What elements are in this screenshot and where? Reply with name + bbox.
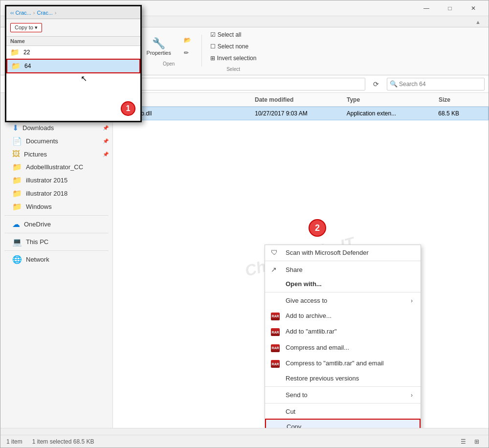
thispc-icon: 💻 bbox=[12, 237, 22, 246]
select-none-icon: ☐ bbox=[210, 43, 216, 50]
ctx-add-archive-label: Add to archive... bbox=[286, 312, 332, 319]
overlay-col-header: Name bbox=[6, 37, 140, 46]
sidebar-item-downloads[interactable]: ⬇ Downloads 📌 bbox=[0, 121, 112, 134]
onedrive-icon: ☁ bbox=[12, 220, 20, 229]
folder-icon-64: 📁 bbox=[11, 62, 21, 70]
overlay-copy-to-button[interactable]: Copy to ▾ bbox=[10, 23, 42, 32]
table-row[interactable]: 📄 amtlib.dll 10/27/2017 9:03 AM Applicat… bbox=[113, 107, 489, 120]
col-size[interactable]: Size bbox=[439, 96, 485, 103]
horizontal-scrollbar[interactable] bbox=[0, 428, 489, 435]
step2-circle: 2 bbox=[309, 219, 326, 237]
status-bar: 1 item 1 item selected 68.5 KB ☰ ⊞ bbox=[0, 435, 489, 448]
sidebar-item-thispc[interactable]: 💻 This PC bbox=[0, 235, 112, 248]
overlay-filename-22: 22 bbox=[23, 49, 30, 56]
overlay-row-64[interactable]: 📁 64 bbox=[6, 59, 140, 73]
ill2015-label: illustrator 2015 bbox=[26, 177, 67, 184]
close-button[interactable]: ✕ bbox=[462, 0, 485, 16]
open-button[interactable]: 📂 bbox=[179, 35, 196, 45]
ctx-restore-versions[interactable]: Restore previous versions bbox=[265, 371, 421, 385]
overlay-path-1[interactable]: ‹‹ Crac... bbox=[10, 10, 31, 16]
overlay-row-22[interactable]: 📁 22 bbox=[6, 46, 140, 59]
search-icon: 🔍 bbox=[390, 80, 398, 88]
refresh-button[interactable]: ⟳ bbox=[369, 78, 383, 90]
sidebar-item-illustrator2018[interactable]: 📁 illustrator 2018 bbox=[0, 187, 112, 200]
ctx-scan-label: Scan with Microsoft Defender bbox=[286, 249, 369, 256]
share-icon: ↗ bbox=[271, 266, 282, 273]
ctx-copy[interactable]: Copy bbox=[265, 419, 421, 428]
give-access-arrow: › bbox=[411, 297, 413, 304]
ribbon-collapse-btn[interactable]: ▲ bbox=[471, 17, 485, 27]
maximize-button[interactable]: □ bbox=[439, 0, 461, 16]
edit-button[interactable]: ✏ bbox=[179, 47, 196, 58]
sidebar-item-onedrive[interactable]: ☁ OneDrive bbox=[0, 218, 112, 231]
overlay-window: ‹‹ Crac... › Crac... › Copy to ▾ Name 📁 … bbox=[5, 5, 142, 122]
thispc-label: This PC bbox=[26, 238, 48, 246]
ctx-restore-label: Restore previous versions bbox=[286, 375, 359, 382]
rar-icon-2: RAR bbox=[271, 327, 282, 336]
ill2018-label: illustrator 2018 bbox=[26, 190, 67, 197]
ctx-give-access[interactable]: Give access to › bbox=[265, 293, 421, 308]
large-icons-view-button[interactable]: ⊞ bbox=[471, 436, 483, 447]
status-selected: 1 item selected 68.5 KB bbox=[32, 438, 94, 445]
ctx-send-to[interactable]: Send to › bbox=[265, 388, 421, 402]
ctx-add-amtlib[interactable]: RAR Add to "amtlib.rar" bbox=[265, 324, 421, 340]
ctx-add-amtlib-label: Add to "amtlib.rar" bbox=[286, 328, 337, 335]
sidebar-item-adobe[interactable]: 📁 AdobeIllustrator_CC bbox=[0, 160, 112, 174]
ill2018-icon: 📁 bbox=[12, 189, 22, 198]
overlay-titlebar: ‹‹ Crac... › Crac... › bbox=[6, 6, 140, 19]
downloads-label: Downloads bbox=[22, 124, 54, 132]
adobe-label: AdobeIllustrator_CC bbox=[26, 163, 83, 171]
sidebar-item-windows[interactable]: 📁 Windows bbox=[0, 200, 112, 213]
select-none-button[interactable]: ☐ Select none bbox=[206, 41, 261, 52]
col-date[interactable]: Date modified bbox=[255, 96, 347, 103]
main-area: ★ Quick access 🖥 Desktop 📌 ⬇ Downloads 📌… bbox=[0, 93, 489, 428]
search-input[interactable] bbox=[387, 78, 485, 90]
ctx-add-archive[interactable]: RAR Add to archive... bbox=[265, 308, 421, 324]
send-to-arrow: › bbox=[411, 392, 413, 399]
properties-button[interactable]: 🔧 Properties bbox=[142, 35, 176, 58]
adobe-icon: 📁 bbox=[12, 162, 22, 172]
ctx-open-with-label: Open with... bbox=[286, 280, 322, 288]
sidebar-item-network[interactable]: 🌐 Network bbox=[0, 253, 112, 266]
context-menu: 🛡 Scan with Microsoft Defender ↗ Share O… bbox=[265, 245, 421, 428]
ctx-compress-amtlib[interactable]: RAR Compress to "amtlib.rar" and email bbox=[265, 356, 421, 372]
invert-selection-button[interactable]: ⊞ Invert selection bbox=[206, 53, 261, 64]
ctx-share[interactable]: ↗ Share bbox=[265, 262, 421, 277]
pin-icon-downloads: 📌 bbox=[103, 125, 109, 131]
folder-icon-22: 📁 bbox=[10, 48, 20, 57]
documents-icon: 📄 bbox=[12, 136, 22, 146]
status-item-count: 1 item bbox=[6, 438, 22, 445]
col-type[interactable]: Type bbox=[347, 96, 439, 103]
overlay-path-2[interactable]: Crac... bbox=[37, 10, 52, 16]
ctx-compress-amtlib-label: Compress to "amtlib.rar" and email bbox=[286, 359, 384, 367]
select-group-label: Select bbox=[226, 67, 240, 72]
details-view-button[interactable]: ☰ bbox=[457, 436, 469, 447]
rar-icon-4: RAR bbox=[271, 359, 282, 368]
ctx-send-to-label: Send to bbox=[286, 391, 308, 399]
ctx-divider-1 bbox=[265, 261, 421, 261]
sidebar-divider-2 bbox=[4, 233, 109, 233]
ctx-give-access-label: Give access to bbox=[286, 297, 327, 304]
ctx-open-with[interactable]: Open with... bbox=[265, 277, 421, 291]
mouse-cursor: ↖ bbox=[81, 74, 87, 83]
ctx-cut[interactable]: Cut bbox=[265, 404, 421, 419]
overlay-title: ‹‹ Crac... › Crac... › bbox=[10, 10, 57, 16]
sidebar-item-documents[interactable]: 📄 Documents 📌 bbox=[0, 134, 112, 148]
properties-icon: 🔧 bbox=[152, 37, 165, 50]
onedrive-label: OneDrive bbox=[24, 221, 51, 228]
select-all-button[interactable]: ☑ Select all bbox=[206, 29, 261, 40]
ctx-compress-email[interactable]: RAR Compress and email... bbox=[265, 339, 421, 356]
sidebar-divider-1 bbox=[4, 215, 109, 216]
select-group: ☑ Select all ☐ Select none ⊞ Invert sele… bbox=[204, 29, 267, 72]
sidebar-item-pictures[interactable]: 🖼 Pictures 📌 bbox=[0, 148, 112, 160]
select-all-icon: ☑ bbox=[210, 31, 216, 38]
ctx-scan[interactable]: 🛡 Scan with Microsoft Defender bbox=[265, 245, 421, 260]
sidebar: ★ Quick access 🖥 Desktop 📌 ⬇ Downloads 📌… bbox=[0, 93, 113, 428]
file-list-header: Name Date modified Type Size bbox=[113, 93, 489, 107]
sidebar-item-illustrator2015[interactable]: 📁 illustrator 2015 bbox=[0, 174, 112, 187]
ctx-divider-3 bbox=[265, 386, 421, 387]
minimize-button[interactable]: — bbox=[415, 0, 438, 16]
ctx-copy-label: Copy bbox=[287, 423, 301, 428]
pictures-icon: 🖼 bbox=[12, 150, 20, 158]
invert-icon: ⊞ bbox=[210, 55, 215, 62]
